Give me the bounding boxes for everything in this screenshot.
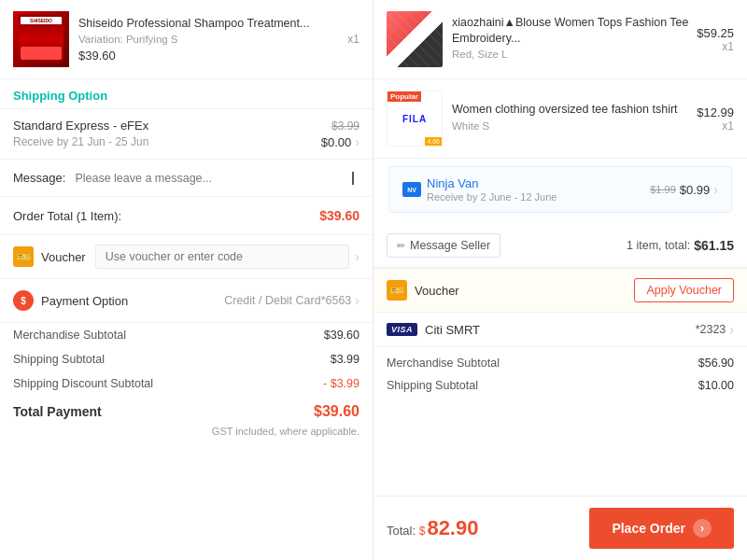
shipping-subtotal-label: Shipping Subtotal (13, 353, 105, 366)
message-seller-row: ✏ Message Seller 1 item, total: $61.15 (374, 224, 747, 268)
ninja-van-name: Ninja Van (427, 176, 557, 190)
voucher-chevron-icon: › (355, 249, 359, 264)
ninja-van-icon: NV (402, 182, 421, 197)
right-merchandise-row: Merchandise Subtotal $56.90 (374, 347, 747, 374)
ninja-van-left: NV Ninja Van Receive by 2 June - 12 June (402, 176, 557, 203)
product-card-blouse: xiaozhaini▲Blouse Women Tops Fashion Tee… (374, 0, 747, 79)
rating-badge: 4.86 (425, 137, 442, 146)
right-shipping-row: Shipping Subtotal $10.00 (374, 374, 747, 397)
payment-chevron-icon: › (355, 293, 359, 308)
apply-voucher-button[interactable]: Apply Voucher (634, 278, 734, 302)
ninja-van-container: NV Ninja Van Receive by 2 June - 12 June… (374, 159, 747, 224)
product-qty-fila: x1 (706, 119, 734, 133)
ninja-original-price: $1.99 (650, 184, 676, 195)
order-total-row: Order Total (1 Item): $39.60 (0, 197, 373, 235)
place-order-chevron-icon: › (693, 519, 712, 538)
visa-icon: VISA (387, 323, 417, 336)
gst-note: GST included, where applicable. (0, 424, 373, 448)
product-price-blouse: $59.25 (697, 26, 734, 40)
order-total-value: $39.60 (319, 208, 359, 223)
shipping-subtotal-row: Shipping Subtotal $3.99 (0, 347, 373, 371)
shipping-chevron-icon: › (355, 134, 359, 149)
total-section: Total: $ 82.90 (387, 516, 478, 540)
message-label: Message: (13, 171, 65, 185)
right-voucher-row: 🎫 Voucher Apply Voucher (374, 268, 747, 313)
citi-card-name: Citi SMRT (425, 323, 480, 337)
ninja-discounted-price: $0.99 (680, 183, 711, 197)
ninja-van-date: Receive by 2 June - 12 June (427, 191, 557, 203)
ninja-van-chevron-icon: › (713, 182, 718, 197)
payment-icon: $ (13, 290, 34, 311)
product-variation-shiseido: Variation: Purifying S (78, 34, 338, 45)
voucher-input[interactable] (95, 245, 350, 269)
right-merchandise-label: Merchandise Subtotal (387, 357, 500, 370)
voucher-row: 🎫 Voucher › (0, 235, 373, 279)
place-order-button[interactable]: Place Order › (589, 508, 734, 549)
citi-chevron-icon: › (729, 322, 734, 337)
message-seller-button[interactable]: ✏ Message Seller (387, 233, 500, 258)
message-seller-label: Message Seller (410, 239, 490, 252)
merchandise-subtotal-row: Merchandise Subtotal $39.60 (0, 323, 373, 347)
popular-badge: Popular (388, 91, 421, 102)
total-currency: $ (419, 525, 426, 538)
product-name-fila: Women clothing oversized tee fashion tsh… (452, 102, 689, 117)
merchandise-subtotal-value: $39.60 (324, 329, 359, 342)
bottom-bar: Total: $ 82.90 Place Order › (374, 496, 747, 560)
shipping-option-row[interactable]: Standard Express - eFEx $3.99 Receive by… (0, 109, 373, 160)
shipping-discounted-price: $0.00 (321, 135, 352, 149)
product-info-shiseido: Shiseido Professional Shampoo Treatment.… (78, 16, 338, 63)
product-price-shiseido: $39.60 (78, 49, 338, 63)
total-amount: 82.90 (427, 516, 478, 540)
message-input[interactable] (75, 172, 348, 185)
order-total-label: Order Total (1 Item): (13, 209, 121, 223)
product-price-fila: $12.99 (697, 105, 734, 119)
product-name-shiseido: Shiseido Professional Shampoo Treatment.… (78, 16, 338, 31)
message-row: Message: (0, 160, 373, 197)
right-shipping-label: Shipping Subtotal (387, 379, 478, 392)
voucher-icon: 🎫 (13, 246, 34, 267)
ninja-van-pricing: $1.99 $0.99 › (650, 182, 718, 197)
product-info-blouse: xiaozhaini▲Blouse Women Tops Fashion Tee… (452, 15, 689, 63)
right-voucher-label: Voucher (415, 284, 459, 298)
product-name-blouse: xiaozhaini▲Blouse Women Tops Fashion Tee… (452, 15, 689, 46)
voucher-label: Voucher (41, 250, 86, 264)
blouse-image-placeholder (387, 11, 443, 67)
product-image-fila: Popular 4.86 (387, 91, 443, 147)
payment-option-row[interactable]: $ Payment Option Credit / Debit Card*656… (0, 279, 373, 323)
product-info-fila: Women clothing oversized tee fashion tsh… (452, 102, 689, 134)
shipping-discount-label: Shipping Discount Subtotal (13, 377, 153, 390)
shipping-original-price: $3.99 (331, 119, 359, 133)
right-voucher-icon: 🎫 (387, 280, 407, 301)
merchandise-subtotal-label: Merchandise Subtotal (13, 329, 126, 342)
total-label: Total: (387, 524, 416, 538)
product-card-shiseido: SHISEIDO Shiseido Professional Shampoo T… (0, 0, 373, 79)
product-variation-blouse: Red, Size L (452, 49, 689, 60)
payment-label: Payment Option (41, 294, 128, 308)
left-panel: SHISEIDO Shiseido Professional Shampoo T… (0, 0, 374, 560)
shipping-name: Standard Express - eFEx (13, 119, 148, 133)
product-qty-shiseido: x1 (347, 33, 359, 46)
ninja-van-row[interactable]: NV Ninja Van Receive by 2 June - 12 June… (388, 166, 732, 213)
shipping-section-header: Shipping Option (0, 79, 373, 109)
pencil-icon: ✏ (397, 240, 405, 252)
shipping-discount-row: Shipping Discount Subtotal - $3.99 (0, 371, 373, 396)
product-card-fila: Popular 4.86 Women clothing oversized te… (374, 79, 747, 159)
product-variation-fila: White S (452, 120, 689, 132)
cursor-icon (352, 172, 359, 185)
shipping-date: Receive by 21 Jun - 25 Jun (13, 135, 148, 148)
total-payment-row: Total Payment $39.60 (0, 396, 373, 424)
right-voucher-left: 🎫 Voucher (387, 280, 469, 301)
total-payment-label: Total Payment (13, 404, 102, 419)
shipping-discount-value: - $3.99 (323, 377, 359, 390)
right-merchandise-value: $56.90 (698, 357, 734, 370)
product-image-blouse (387, 11, 443, 67)
fila-image-placeholder: Popular 4.86 (387, 91, 443, 147)
product-image-shiseido: SHISEIDO (13, 11, 69, 67)
citi-smrt-row[interactable]: VISA Citi SMRT *2323 › (374, 313, 747, 347)
item-total-text: 1 item, total: (627, 239, 690, 252)
right-shipping-value: $10.00 (698, 379, 734, 392)
payment-value: Credit / Debit Card*6563 (224, 294, 351, 307)
total-payment-value: $39.60 (314, 403, 359, 420)
product-qty-blouse: x1 (706, 40, 734, 53)
payment-left: $ Payment Option (13, 290, 128, 311)
